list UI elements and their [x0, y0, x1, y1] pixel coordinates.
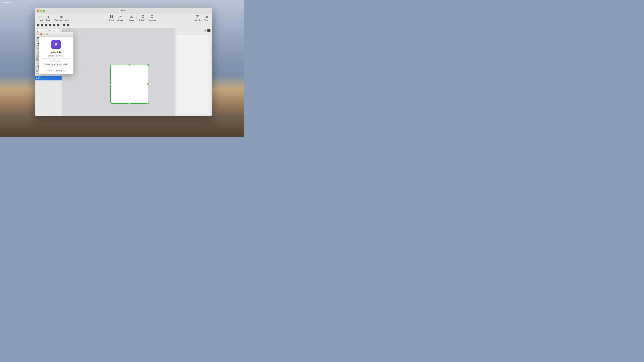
- group-button[interactable]: Group: [128, 14, 135, 22]
- svg-rect-2: [110, 17, 111, 18]
- svg-rect-8: [132, 16, 133, 17]
- backward-icon: [151, 15, 154, 19]
- drivers-label: Drivers: [109, 19, 114, 21]
- logo-letter: P: [54, 42, 58, 47]
- layers-panel: Artboard 1: [35, 75, 62, 81]
- tutorials-label: Tutorials: [194, 19, 200, 21]
- canvas-area[interactable]: ↻: [62, 28, 175, 116]
- import-label: Import: [46, 19, 51, 21]
- close-button[interactable]: [37, 10, 39, 12]
- mirror-icon: [204, 15, 208, 19]
- insert-icon: ✛ ▾: [38, 15, 42, 19]
- toolbar-separator-2: [126, 15, 126, 21]
- minimize-button[interactable]: [40, 10, 42, 12]
- alignment-toolbar: ⬛ ⬛ ⬛ ⬛ ⬛ ⬛ ⬛ ⬛: [35, 22, 212, 28]
- mirror-button[interactable]: Mirror: [202, 14, 210, 22]
- about-version: Version 5.12 (5024): [48, 55, 64, 57]
- about-content: P Principle Version 5.12 (5024) Third Pa…: [38, 36, 74, 74]
- about-divider-2: [41, 67, 71, 67]
- layer-label: Artboard 1: [36, 77, 46, 79]
- clip-sublayers-checkbox[interactable]: [36, 71, 38, 73]
- import-icon: ⬆: [48, 15, 50, 19]
- main-toolbar: ✛ ▾ Insert ⬆ Import ⊞ Create Component: [35, 14, 212, 22]
- insert-button[interactable]: ✛ ▾ Insert: [37, 14, 44, 22]
- handle-bottom-left[interactable]: [110, 103, 111, 104]
- record-button[interactable]: ⬛: [207, 29, 211, 32]
- title-bar: Untitled: [35, 8, 212, 14]
- align-center-v-button[interactable]: ⬛: [52, 23, 56, 27]
- mirror-label: Mirror: [204, 19, 208, 21]
- backward-label: Backward: [149, 19, 156, 21]
- svg-rect-1: [112, 15, 113, 16]
- toolbar-separator-3: [136, 15, 137, 21]
- handle-top-right[interactable]: [147, 64, 148, 66]
- maximize-button[interactable]: [43, 10, 45, 12]
- forward-button[interactable]: Forward: [138, 14, 147, 22]
- undo-button[interactable]: ↺: [204, 29, 206, 32]
- handle-bottom-center[interactable]: [129, 103, 130, 104]
- rotation-handle[interactable]: ↻: [148, 83, 151, 85]
- align-right-button[interactable]: ⬛: [44, 23, 48, 27]
- group-icon: [130, 15, 133, 19]
- handle-middle-left[interactable]: [110, 83, 111, 85]
- svg-marker-14: [197, 16, 198, 17]
- create-component-label: Create Component: [54, 19, 68, 21]
- import-button[interactable]: ⬆ Import: [45, 14, 52, 22]
- principle-logo: P: [51, 40, 61, 49]
- window-title: Untitled: [120, 9, 127, 12]
- artboard-canvas[interactable]: ↻: [110, 65, 148, 104]
- right-panel-toolbar: ↺ ⬛: [175, 28, 212, 34]
- svg-rect-0: [110, 15, 111, 16]
- toolbar-separator-1: [71, 15, 72, 21]
- svg-rect-15: [205, 16, 206, 18]
- svg-rect-6: [120, 16, 121, 17]
- align-center-h-button[interactable]: ⬛: [40, 23, 44, 27]
- align-top-button[interactable]: ⬛: [48, 23, 52, 27]
- about-divider: [41, 58, 71, 59]
- third-party-label: Third Party Code: [50, 60, 62, 62]
- layer-artboard-1[interactable]: Artboard 1: [35, 76, 62, 80]
- animate-icon: [119, 15, 122, 19]
- forward-label: Forward: [139, 19, 146, 21]
- animate-button[interactable]: Animate: [116, 14, 125, 22]
- preview-area: [176, 35, 211, 114]
- handle-bottom-right[interactable]: [147, 103, 148, 104]
- drivers-icon: [110, 15, 113, 19]
- about-copyright: © Hooper Software LLC: [46, 70, 66, 72]
- backward-button[interactable]: Backward: [148, 14, 158, 22]
- about-minimize-button[interactable]: [43, 33, 45, 35]
- forward-icon: [141, 15, 144, 19]
- traffic-lights: [37, 10, 45, 12]
- svg-rect-16: [206, 16, 208, 18]
- about-app-name: Principle: [51, 51, 61, 54]
- watermark: www.MacW.com: [1, 1, 15, 3]
- toolbar-right: Tutorials Mirror: [193, 14, 210, 22]
- about-maximize-button[interactable]: [46, 33, 48, 35]
- group-label: Group: [129, 19, 134, 21]
- svg-rect-7: [130, 16, 131, 17]
- about-close-button[interactable]: [40, 33, 42, 35]
- handle-top-center[interactable]: [129, 64, 130, 66]
- align-bottom-button[interactable]: ⬛: [56, 23, 60, 27]
- tutorials-button[interactable]: Tutorials: [193, 14, 202, 22]
- insert-label: Insert: [38, 19, 42, 21]
- distribute-h-button[interactable]: ⬛: [62, 23, 66, 27]
- distribute-v-button[interactable]: ⬛: [66, 23, 70, 27]
- touchable-checkbox[interactable]: [36, 69, 38, 71]
- about-credit: Sparkle by Andy Matuschak: [44, 63, 68, 65]
- tutorials-icon: [196, 15, 199, 19]
- svg-rect-12: [151, 15, 153, 17]
- animate-label: Animate: [118, 19, 124, 21]
- handle-top-left[interactable]: [110, 64, 111, 66]
- align-left-button[interactable]: ⬛: [36, 23, 40, 27]
- about-dialog: P Principle Version 5.12 (5024) Third Pa…: [38, 32, 74, 74]
- drivers-button[interactable]: Drivers: [107, 14, 116, 22]
- about-titlebar: [38, 32, 74, 36]
- svg-rect-3: [112, 17, 113, 18]
- handle-middle-right[interactable]: [147, 83, 148, 85]
- right-panel: ↺ ⬛: [175, 28, 212, 116]
- svg-rect-10: [142, 15, 144, 17]
- watermark-text: www.MacW.com: [1, 1, 15, 3]
- create-component-button[interactable]: ⊞ Create Component: [53, 14, 70, 22]
- create-component-icon: ⊞: [60, 15, 63, 19]
